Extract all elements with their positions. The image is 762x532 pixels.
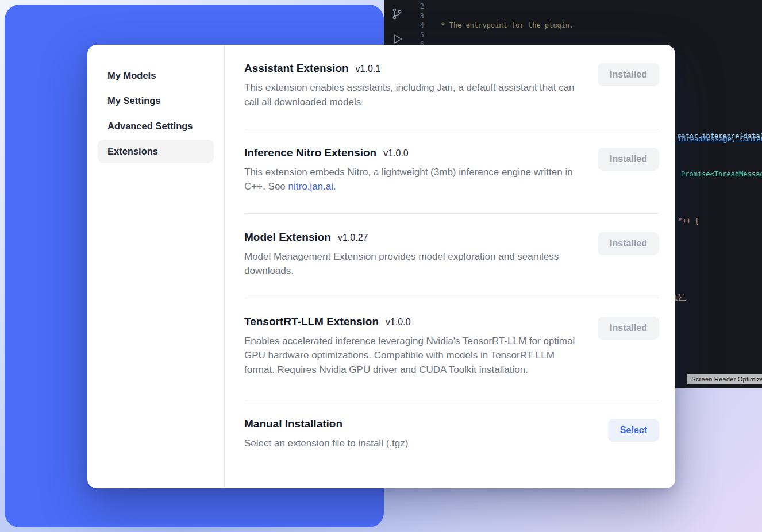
nav-item-extensions[interactable]: Extensions (98, 140, 214, 163)
editor-activity-bar (384, 0, 410, 48)
code-fragment: rator.inference(data)); (677, 132, 762, 140)
nav-item-advanced-settings[interactable]: Advanced Settings (98, 114, 214, 138)
extensions-panel: Assistant Extension v1.0.1 This extensio… (225, 45, 675, 488)
description-text: . (333, 181, 336, 192)
manual-select-button[interactable]: Select (608, 419, 659, 442)
screen-reader-badge[interactable]: Screen Reader Optimize (687, 374, 762, 384)
manual-installation-description: Select an extension file to install (.tg… (244, 436, 408, 450)
extension-row-tensorrt: TensortRT-LLM Extension v1.0.0 Enables a… (244, 298, 659, 400)
extension-version: v1.0.1 (356, 64, 381, 74)
extension-name: TensortRT-LLM Extension (244, 315, 379, 328)
code-fragment: Promise<ThreadMessage> (681, 170, 762, 178)
line-number: 2 (409, 2, 424, 11)
line-number: 3 (409, 11, 424, 21)
source-control-icon[interactable] (391, 7, 403, 23)
nav-item-my-models[interactable]: My Models (98, 64, 214, 87)
model-installed-button[interactable]: Installed (598, 232, 659, 255)
code-fragment: ")) { (678, 217, 699, 225)
extension-row-nitro: Inference Nitro Extension v1.0.0 This ex… (244, 129, 659, 214)
tensorrt-installed-button[interactable]: Installed (598, 317, 659, 340)
settings-modal: My Models My Settings Advanced Settings … (87, 45, 675, 488)
nav-item-my-settings[interactable]: My Settings (98, 89, 214, 113)
extension-version: v1.0.27 (338, 233, 368, 243)
extension-name: Model Extension (244, 231, 331, 244)
settings-sidebar: My Models My Settings Advanced Settings … (87, 45, 225, 488)
manual-installation-title: Manual Installation (244, 418, 342, 430)
extension-row-assistant: Assistant Extension v1.0.1 This extensio… (244, 45, 659, 129)
code-line-comment: * The entrypoint for the plugin. (437, 21, 762, 30)
editor-line-numbers: 2 3 4 5 6 (409, 2, 424, 49)
assistant-installed-button[interactable]: Installed (598, 63, 659, 86)
manual-installation-row: Manual Installation Select an extension … (244, 400, 659, 464)
nitro-jan-ai-link[interactable]: nitro.jan.ai (288, 181, 333, 192)
extension-name: Assistant Extension (244, 62, 349, 75)
extension-description: This extension enables assistants, inclu… (244, 80, 579, 109)
extension-description: This extension embeds Nitro, a lightweig… (244, 165, 579, 194)
extension-version: v1.0.0 (386, 317, 411, 327)
line-number: 5 (409, 30, 424, 40)
extension-version: v1.0.0 (383, 148, 409, 159)
nitro-installed-button[interactable]: Installed (598, 148, 659, 171)
extension-name: Inference Nitro Extension (244, 147, 376, 159)
extension-description: Enables accelerated inference leveraging… (244, 334, 579, 377)
extension-description: Model Management Extension provides mode… (244, 249, 579, 278)
code-fragment: t}` (674, 294, 686, 302)
line-number: 4 (409, 21, 424, 30)
desktop-background: 2 3 4 5 6 * The entrypoint for the plugi… (0, 0, 762, 532)
extension-row-model: Model Extension v1.0.27 Model Management… (244, 214, 659, 298)
